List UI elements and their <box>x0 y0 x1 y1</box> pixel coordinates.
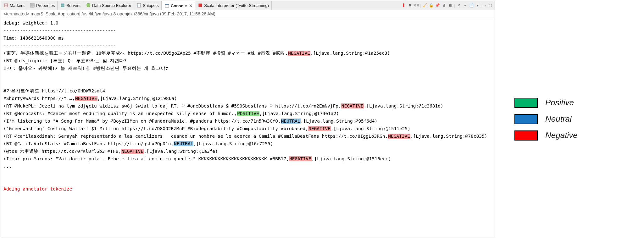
tab-label: Scala Interpreter (TwitterStreaming) <box>204 3 269 8</box>
svg-rect-12 <box>199 4 202 7</box>
maximize-button[interactable]: ▢ <box>488 3 493 8</box>
sentiment-tag: NEGATIVE <box>388 134 410 139</box>
scroll-lock-button[interactable]: 🔒 <box>429 3 434 8</box>
display-selected-button[interactable]: 🖥 <box>448 3 453 8</box>
clear-button[interactable]: 🧹 <box>423 3 428 8</box>
sentiment-tag: POSITIVE <box>237 111 259 116</box>
legend-label: Neutral <box>545 114 572 124</box>
sentiment-tag: NEGATIVE <box>308 126 331 131</box>
remove-all-button[interactable]: ✖✖ <box>414 3 419 8</box>
tab-properties[interactable]: Properties <box>27 1 58 10</box>
tab-markers[interactable]: Markers <box>1 1 27 10</box>
database-icon <box>86 3 91 8</box>
svg-rect-7 <box>61 6 64 7</box>
dropdown-button[interactable]: ▾ <box>463 3 468 8</box>
close-icon[interactable]: ✕ <box>189 3 192 8</box>
svg-rect-13 <box>403 3 404 7</box>
neutral-swatch <box>514 114 538 124</box>
tab-label: Markers <box>10 3 25 8</box>
legend: Positive Neutral Negative <box>496 0 644 238</box>
svg-rect-11 <box>165 4 169 5</box>
tab-servers[interactable]: Servers <box>58 1 83 10</box>
pin-button[interactable]: 📌 <box>435 3 440 8</box>
servers-icon <box>60 3 65 8</box>
tab-label: Properties <box>36 3 55 8</box>
ide-window: Markers Properties Servers Data Source E… <box>1 1 495 237</box>
snippets-icon <box>136 3 142 8</box>
legend-positive: Positive <box>514 98 644 108</box>
sentiment-tag: NEGATIVE <box>75 96 97 101</box>
display-button[interactable]: 🖥 <box>441 3 447 8</box>
tab-snippets[interactable]: Snippets <box>134 1 162 10</box>
remove-launch-button[interactable]: ✖ <box>408 3 413 8</box>
properties-icon <box>30 3 35 8</box>
tab-bar: Markers Properties Servers Data Source E… <box>1 1 495 10</box>
scala-icon <box>198 3 203 8</box>
terminate-button[interactable] <box>401 3 406 8</box>
annotator-message: Adding annotator tokenize <box>3 186 72 191</box>
legend-negative: Negative <box>514 130 644 141</box>
tab-data-source-explorer[interactable]: Data Source Explorer <box>83 1 134 10</box>
legend-neutral: Neutral <box>514 114 644 124</box>
tab-label: Console <box>171 3 187 8</box>
tab-scala-interpreter[interactable]: Scala Interpreter (TwitterStreaming) <box>195 1 272 10</box>
negative-swatch <box>514 130 538 141</box>
sentiment-tag: NEUTRAL <box>281 119 301 124</box>
positive-swatch <box>514 98 538 108</box>
open-console-button[interactable]: ↗ <box>456 3 461 8</box>
dropdown-button-2[interactable]: ▾ <box>475 3 480 8</box>
tab-label: Data Source Explorer <box>92 3 131 8</box>
svg-rect-6 <box>61 4 64 5</box>
console-output[interactable]: debug: weighted: 1.0 -------------------… <box>1 18 495 237</box>
minimize-button[interactable]: ▭ <box>481 3 486 8</box>
console-toolbar: ✖ ✖✖ | 🧹 🔒 📌 🖥 🖥 | ↗ ▾ 📄 ▾ ▭ ▢ <box>401 3 495 8</box>
new-console-button[interactable]: 📄 <box>469 3 474 8</box>
markers-icon <box>3 3 8 8</box>
sentiment-tag: NEGATIVE <box>288 51 310 56</box>
legend-label: Positive <box>545 98 574 108</box>
legend-label: Negative <box>545 130 578 140</box>
run-info: <terminated> mapr$ [Scala Application] /… <box>1 10 495 18</box>
tab-label: Snippets <box>143 3 159 8</box>
tab-console[interactable]: Console ✕ <box>162 1 195 10</box>
sentiment-tag: NEGATIVE <box>289 156 312 161</box>
console-icon <box>164 3 169 8</box>
tab-label: Servers <box>66 3 80 8</box>
sentiment-tag: NEGATIVE <box>341 103 364 108</box>
sentiment-tag: NEUTRAL <box>174 141 193 146</box>
sentiment-tag: NEGATIVE <box>121 149 144 154</box>
